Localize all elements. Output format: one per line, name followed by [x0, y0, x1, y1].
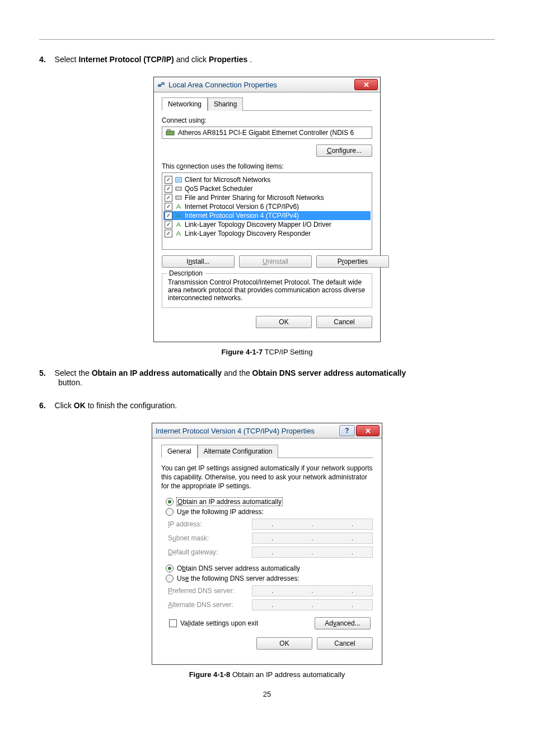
close-button[interactable]: ✕: [356, 425, 380, 436]
advanced-button[interactable]: Advanced...: [315, 617, 371, 629]
svg-rect-3: [166, 131, 174, 135]
step-5-number: 5.: [39, 368, 46, 377]
radio-on-icon[interactable]: [166, 498, 174, 506]
connection-items-list[interactable]: Client for Microsoft Networks QoS Packet…: [162, 172, 372, 250]
step-6-number: 6.: [39, 401, 46, 410]
checkbox-icon[interactable]: [165, 212, 172, 220]
list-item[interactable]: QoS Packet Scheduler: [163, 184, 371, 193]
step-4-number: 4.: [39, 55, 46, 64]
configure-label: onfigure...: [332, 147, 362, 155]
help-button[interactable]: ?: [339, 425, 355, 436]
validate-label: Validate settings upon exit: [180, 619, 258, 627]
figure-4-1-8-label: Figure 4-1-8: [189, 670, 231, 679]
list-item-label: File and Printer Sharing for Microsoft N…: [185, 194, 324, 202]
figure-4-1-8-text: Obtain an IP address automatically: [230, 670, 345, 679]
step-5-bold1: Obtain an IP address automatically: [92, 368, 222, 377]
svg-rect-7: [176, 187, 181, 190]
radio-obtain-dns[interactable]: Obtain DNS server address automatically: [166, 564, 373, 572]
step-5-text-mid: and the: [224, 368, 252, 377]
list-item[interactable]: Link-Layer Topology Discovery Mapper I/O…: [163, 220, 371, 229]
close-button[interactable]: ✕: [354, 79, 378, 90]
step-4: 4. Select Internet Protocol (TCP/IP) and…: [39, 54, 495, 66]
protocol-icon: [175, 230, 182, 237]
list-item-label: Link-Layer Topology Discovery Mapper I/O…: [185, 221, 331, 228]
list-item[interactable]: Internet Protocol Version 6 (TCP/IPv6): [163, 202, 371, 211]
tab-strip: General Alternate Configuration: [161, 444, 373, 458]
adapter-name: Atheros AR8151 PCI-E Gigabit Ethernet Co…: [178, 129, 354, 137]
network-icon: [157, 81, 165, 88]
checkbox-icon[interactable]: [165, 221, 172, 228]
alternate-dns-input: ...: [252, 599, 373, 610]
validate-checkbox-row[interactable]: Validate settings upon exit: [169, 619, 258, 627]
step-4-text-mid: and click: [176, 55, 209, 64]
dialog-titlebar: Local Area Connection Properties ✕: [154, 77, 380, 92]
figure-4-1-7-label: Figure 4-1-7: [222, 348, 263, 356]
radio-off-icon[interactable]: [166, 508, 174, 516]
step-4-bold2: Properties: [209, 55, 247, 64]
ok-button[interactable]: OK: [256, 637, 312, 650]
properties-button[interactable]: Properties: [316, 255, 389, 268]
description-group: Description Transmission Control Protoco…: [162, 273, 372, 308]
page-number: 25: [39, 690, 495, 698]
list-item-label: Link-Layer Topology Discovery Responder: [185, 230, 311, 237]
top-divider: [39, 39, 495, 40]
qos-icon: [175, 185, 182, 193]
list-item-label: Internet Protocol Version 6 (TCP/IPv6): [185, 203, 299, 211]
dialog-title: Internet Protocol Version 4 (TCP/IPv4) P…: [156, 427, 315, 435]
adapter-field: Atheros AR8151 PCI-E Gigabit Ethernet Co…: [162, 127, 372, 139]
svg-rect-4: [167, 129, 170, 131]
radio-obtain-dns-label: Obtain DNS server address automatically: [177, 564, 300, 572]
items-label: This connection uses the following items…: [162, 162, 372, 170]
checkbox-icon[interactable]: [165, 194, 172, 202]
subnet-mask-label: Subnet mask:: [168, 534, 252, 542]
radio-off-icon[interactable]: [166, 575, 174, 582]
figure-4-1-7-caption: Figure 4-1-7 TCP/IP Setting: [39, 348, 495, 356]
checkbox-icon[interactable]: [165, 230, 172, 237]
adapter-icon: [166, 129, 175, 137]
step-6-bold1: OK: [74, 401, 86, 410]
svg-rect-6: [177, 179, 180, 181]
dns-fields-group: Preferred DNS server:... Alternate DNS s…: [161, 585, 373, 610]
step-5-text-pre: Select the: [55, 368, 92, 377]
figure-4-1-8-caption: Figure 4-1-8 Obtain an IP address automa…: [39, 670, 495, 679]
list-item-label: Internet Protocol Version 4 (TCP/IPv4): [185, 212, 299, 220]
protocol-icon: [175, 203, 182, 211]
step-6: 6. Click OK to finish the configuration.: [39, 400, 495, 412]
checkbox-icon[interactable]: [165, 203, 172, 211]
ip-address-label: IP address:: [168, 520, 252, 528]
list-item-selected[interactable]: Internet Protocol Version 4 (TCP/IPv4): [163, 211, 371, 220]
radio-use-dns[interactable]: Use the following DNS server addresses:: [166, 575, 373, 582]
checkbox-icon[interactable]: [165, 185, 172, 193]
list-item[interactable]: Client for Microsoft Networks: [163, 175, 371, 184]
tab-general[interactable]: General: [161, 445, 198, 458]
cancel-button[interactable]: Cancel: [316, 316, 372, 328]
ok-button[interactable]: OK: [256, 316, 312, 328]
tab-alternate-configuration[interactable]: Alternate Configuration: [198, 445, 279, 458]
ip-address-input: ...: [252, 519, 373, 530]
preferred-dns-input: ...: [252, 585, 373, 596]
ip-fields-group: IP address:... Subnet mask:... Default g…: [161, 519, 373, 558]
file-share-icon: [175, 194, 182, 202]
list-item[interactable]: File and Printer Sharing for Microsoft N…: [163, 193, 371, 202]
radio-use-ip[interactable]: Use the following IP address:: [166, 508, 373, 516]
default-gateway-label: Default gateway:: [168, 548, 252, 556]
configure-button[interactable]: Configure...: [316, 144, 372, 157]
checkbox-icon[interactable]: [165, 176, 172, 184]
radio-on-icon[interactable]: [166, 564, 174, 572]
list-item-label: Client for Microsoft Networks: [185, 176, 270, 184]
cancel-button[interactable]: Cancel: [317, 637, 373, 650]
install-button[interactable]: Install...: [162, 255, 235, 268]
ipv4-properties-dialog: Internet Protocol Version 4 (TCP/IPv4) P…: [152, 423, 382, 665]
checkbox-icon[interactable]: [169, 619, 177, 627]
protocol-icon: [175, 221, 182, 228]
tab-strip: Networking Sharing: [162, 97, 372, 111]
description-legend: Description: [167, 269, 205, 277]
tab-sharing[interactable]: Sharing: [208, 97, 243, 111]
list-item[interactable]: Link-Layer Topology Discovery Responder: [163, 229, 371, 238]
step-4-text-post: .: [250, 55, 252, 64]
radio-obtain-ip[interactable]: Obtain an IP address automatically: [166, 498, 373, 506]
radio-use-dns-label: Use the following DNS server addresses:: [177, 575, 299, 582]
default-gateway-input: ...: [252, 547, 373, 558]
figure-4-1-7-text: TCP/IP Setting: [263, 348, 312, 356]
tab-networking[interactable]: Networking: [162, 97, 208, 111]
